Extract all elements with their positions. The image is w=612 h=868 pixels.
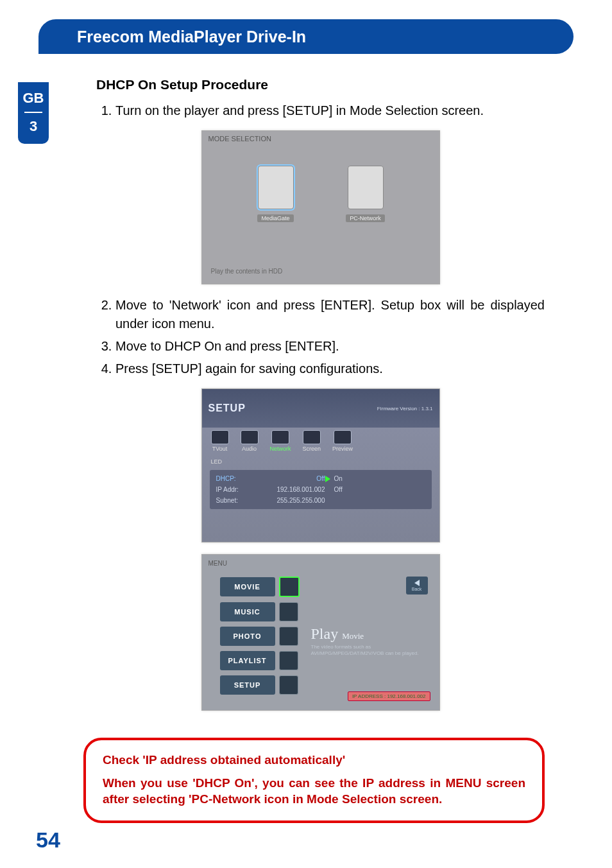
preview-icon — [334, 430, 352, 444]
menu-item-playlist: PLAYLIST — [220, 651, 300, 670]
photo-icon — [279, 627, 298, 646]
play-description: The video formats such as AVI/MPG/MPEG/D… — [311, 644, 427, 657]
music-icon — [279, 602, 298, 621]
subnet-value: 255.255.255.000 — [255, 497, 325, 504]
setup-icon — [279, 675, 298, 695]
audio-icon — [241, 430, 259, 444]
mediagate-icon — [258, 166, 294, 209]
ip-value: 192.168.001.002 — [255, 486, 325, 493]
menu-label: MENU — [208, 560, 227, 567]
dhcp-value: Off — [255, 475, 325, 482]
steps-list-cont: Move to 'Network' icon and press [ENTER]… — [96, 296, 545, 378]
tvout-icon — [211, 430, 229, 444]
content-area: DHCP On Setup Procedure Turn on the play… — [96, 77, 545, 810]
side-divider — [24, 112, 42, 113]
menu-item-movie: MOVIE — [220, 577, 300, 597]
step-4: Press [SETUP] again for saving configura… — [115, 360, 545, 378]
menu-item-music: MUSIC — [220, 602, 300, 621]
setup-panel: DHCP: Off On IP Addr: 192.168.001.002 Of… — [210, 470, 432, 509]
callout-line-2: When you use 'DHCP On', you can see the … — [103, 775, 525, 808]
header-title: Freecom MediaPlayer Drive-In — [77, 28, 306, 46]
dhcp-key: DHCP: — [216, 475, 255, 482]
tab-screen: Screen — [303, 430, 321, 452]
movie-icon — [279, 577, 300, 597]
callout-line-1: Check 'IP address obtained automatically… — [103, 752, 525, 768]
step-1: Turn on the player and press [SETUP] in … — [115, 101, 545, 120]
tab-audio: Audio — [241, 430, 259, 452]
ip-key: IP Addr: — [216, 486, 255, 493]
tab-preview: Preview — [332, 430, 353, 452]
step-2: Move to 'Network' icon and press [ENTER]… — [115, 296, 545, 333]
side-chapter-number: 3 — [30, 118, 37, 135]
step-3: Move to DHCP On and press [ENTER]. — [115, 337, 545, 356]
dhcp-option-off: Off — [334, 486, 373, 493]
mode-icon-pcnetwork: PC-Network — [343, 166, 388, 222]
section-title: DHCP On Setup Procedure — [96, 77, 545, 92]
side-language-tab: GB 3 — [18, 82, 49, 144]
subnet-key: Subnet: — [216, 497, 255, 504]
page-number: 54 — [36, 828, 60, 853]
playlist-icon — [279, 651, 298, 670]
menu-left-list: MOVIE MUSIC PHOTO PLAYLIST SETUP — [220, 577, 300, 695]
callout-box: Check 'IP address obtained automatically… — [83, 738, 545, 823]
play-movie-panel: Play Movie The video formats such as AVI… — [311, 625, 427, 657]
play-small-text: Movie — [342, 631, 364, 641]
dhcp-option-on: On — [334, 475, 373, 482]
tab-network: Network — [270, 430, 291, 452]
arrow-right-icon — [325, 476, 330, 482]
pcnetwork-label: PC-Network — [346, 214, 385, 222]
setup-label: SETUP — [208, 403, 246, 414]
mediagate-label: MediaGate — [257, 214, 293, 222]
screenshot-setup: SETUP Firmware Version : 1.3.1 TVout Aud… — [201, 388, 440, 542]
steps-list: Turn on the player and press [SETUP] in … — [96, 101, 545, 120]
mode-selection-title: MODE SELECTION — [208, 135, 271, 143]
header-banner: Freecom MediaPlayer Drive-In — [38, 19, 574, 54]
led-label: LED — [202, 458, 439, 465]
menu-item-photo: PHOTO — [220, 627, 300, 646]
tab-tvout: TVout — [211, 430, 229, 452]
screenshot-menu: MENU MOVIE MUSIC PHOTO PLAYLIST SETUP Ba… — [201, 554, 440, 711]
setup-tabs: TVout Audio Network Screen Preview — [202, 428, 439, 458]
screen-icon — [303, 430, 321, 444]
ip-address-bar: IP ADDRESS : 192.168.001.002 — [348, 691, 430, 701]
pcnetwork-icon — [348, 166, 384, 209]
mode-selection-hint: Play the contents in HDD — [211, 268, 283, 275]
back-button: Back — [406, 577, 428, 595]
play-big-text: Play — [311, 625, 339, 642]
manual-page: Freecom MediaPlayer Drive-In GB 3 DHCP O… — [0, 0, 612, 868]
network-icon — [271, 430, 289, 444]
menu-item-setup: SETUP — [220, 675, 300, 695]
firmware-version: Firmware Version : 1.3.1 — [377, 406, 433, 412]
side-lang-code: GB — [23, 90, 44, 107]
screenshot-mode-selection: MODE SELECTION MediaGate PC-Network Play… — [201, 130, 440, 284]
mode-icon-mediagate: MediaGate — [253, 166, 298, 222]
